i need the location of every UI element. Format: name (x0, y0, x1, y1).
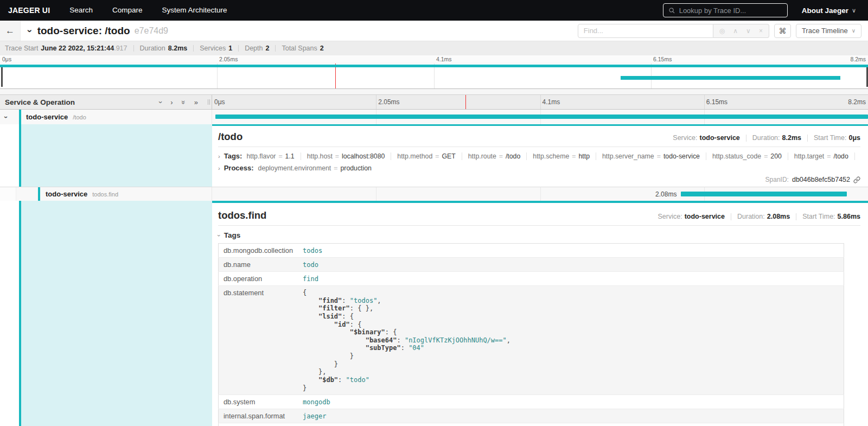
tags-section-header[interactable]: › Tags (218, 231, 860, 239)
span-bar-todo[interactable] (215, 115, 868, 119)
minimap-canvas[interactable] (0, 63, 868, 89)
tag-pill[interactable]: http.server_name=todo-service (596, 152, 700, 160)
tags-pill-list: http.flavor=1.1http.host=localhost:8080h… (246, 152, 860, 160)
tag-table-row[interactable]: db.systemmongodb (219, 395, 844, 409)
trace-minimap[interactable]: 0μs2.05ms4.1ms6.15ms8.2ms (0, 55, 868, 89)
tag-table-row[interactable]: db.mongodb.collectiontodos (219, 244, 844, 258)
minimap-span-bar (0, 65, 868, 67)
nav-item-search[interactable]: Search (60, 0, 103, 21)
collapse-all-icon[interactable]: » (182, 99, 186, 106)
span-detail-title: /todo (218, 131, 242, 143)
tag-pill[interactable]: http.user_agent=M... (854, 152, 860, 160)
operation-name: todos.find (92, 191, 118, 198)
tag-pill[interactable]: http.route=/todo (462, 152, 521, 160)
tag-value: jaeger (298, 409, 844, 423)
meta-item: Duration:8.2ms (752, 134, 801, 142)
operation-name: /todo (73, 114, 86, 120)
tag-table-row[interactable]: db.operationfind (219, 272, 844, 286)
depth-value: 2 (265, 44, 269, 52)
next-match-icon[interactable]: ∨ (746, 27, 751, 35)
span-row-todos-find-bar-cell[interactable]: 2.08ms (212, 187, 868, 201)
tag-table-row[interactable]: internal.span.formatjaeger (219, 409, 844, 423)
tag-pill[interactable]: http.host=localhost:8080 (301, 152, 385, 160)
trace-header-controls: ◎ ∧ ∨ × ⌘ Trace Timeline ∨ (578, 24, 861, 38)
nav-item-compare[interactable]: Compare (103, 0, 152, 21)
time-tick-label: 2.05ms (219, 56, 238, 62)
span-detail-todos-find: todos.find Service:todo-serviceDuration:… (0, 201, 868, 426)
timeline-header: Service & Operation › › » » 0μs2.05ms4.1… (0, 94, 868, 110)
total-spans-value: 2 (320, 44, 324, 52)
nav-item-system-architecture[interactable]: System Architecture (152, 0, 237, 21)
about-jaeger-menu[interactable]: About Jaeger ∨ (802, 7, 856, 15)
services-value: 1 (228, 44, 232, 52)
collapse-one-icon[interactable]: › (159, 99, 162, 106)
chevron-down-icon: ∨ (852, 28, 856, 34)
time-tick-label: 8.2ms (848, 98, 866, 106)
jaeger-logo[interactable]: JAEGER UI (0, 6, 60, 15)
span-detail-todo: /todo Service:todo-serviceDuration:8.2ms… (0, 124, 868, 187)
meta-item: Start Time:5.86ms (802, 213, 860, 220)
tag-pill[interactable]: http.scheme=http (526, 152, 590, 160)
detail-indent-column (0, 124, 212, 187)
process-summary-row[interactable]: › Process: deployment.environment=produc… (218, 164, 860, 172)
tag-pill[interactable]: http.flavor=1.1 (246, 152, 294, 160)
duration-value: 8.2ms (168, 44, 187, 52)
tag-pill[interactable]: http.method=GET (391, 152, 455, 160)
tag-value: todo (298, 258, 844, 272)
detail-body-todos-find: todos.find Service:todo-serviceDuration:… (212, 201, 868, 426)
tag-key: internal.span.format (219, 409, 298, 423)
time-tick-label: 4.1ms (542, 98, 560, 106)
tag-key: db.system (219, 395, 298, 409)
keyboard-shortcuts-button[interactable]: ⌘ (774, 24, 791, 38)
detail-accent-bar (212, 124, 868, 126)
collapse-trace-header-icon[interactable]: › (28, 26, 31, 36)
tag-table-row[interactable]: net.peer.namelocalhost (219, 423, 844, 426)
tag-value: localhost (298, 423, 844, 426)
span-row-todo-name-cell[interactable]: › todo-service /todo (0, 110, 212, 124)
minimap-left-scrubber[interactable] (1, 65, 3, 87)
chevron-down-icon: › (218, 232, 220, 239)
span-row-todos-find-name-cell[interactable]: todo-service todos.find (0, 187, 212, 201)
tag-table-row[interactable]: db.nametodo (219, 258, 844, 272)
tag-pill[interactable]: http.target=/todo (788, 152, 848, 160)
expand-all-icon[interactable]: » (194, 99, 198, 106)
command-icon: ⌘ (778, 27, 786, 35)
service-color-bar (38, 187, 40, 201)
deep-link-icon[interactable] (853, 176, 860, 183)
trace-id-lookup-input[interactable] (679, 7, 782, 15)
prev-match-icon[interactable]: ∧ (733, 27, 738, 35)
find-controls: ◎ ∧ ∨ × (713, 24, 769, 38)
column-resize-grip[interactable] (208, 99, 210, 105)
find-input[interactable] (584, 27, 707, 35)
meta-item: Service:todo-service (658, 213, 725, 220)
detail-body-todo: /todo Service:todo-serviceDuration:8.2ms… (212, 124, 868, 187)
tags-key-value-table: db.mongodb.collectiontodosdb.nametododb.… (218, 243, 844, 426)
clear-find-icon[interactable]: × (759, 27, 763, 35)
focus-match-icon[interactable]: ◎ (719, 27, 725, 35)
time-tick-label: 6.15ms (653, 56, 672, 62)
tags-summary-row[interactable]: › Tags: http.flavor=1.1http.host=localho… (218, 152, 860, 160)
span-row-todos-find[interactable]: todo-service todos.find 2.08ms (0, 187, 868, 201)
find-box[interactable] (578, 24, 713, 38)
tag-table-row[interactable]: db.statement{ "find": "todos", "filter":… (219, 286, 844, 395)
tag-value: find (298, 272, 844, 286)
top-navbar: JAEGER UI SearchCompareSystem Architectu… (0, 0, 868, 21)
tag-key: db.mongodb.collection (219, 244, 298, 258)
chevron-down-icon: ∨ (852, 7, 856, 14)
span-row-todo-bar-cell[interactable] (212, 110, 868, 124)
span-row-todo[interactable]: › todo-service /todo (0, 110, 868, 124)
back-button[interactable]: ← (0, 21, 21, 41)
trace-summary-bar: Trace Start June 22 2022, 15:21:44.917 D… (0, 41, 868, 55)
tag-pill[interactable]: deployment.environment=production (258, 164, 372, 172)
depth-label: Depth (245, 44, 263, 52)
span-bar-todos-find[interactable] (681, 192, 847, 196)
detail-indent-column (0, 201, 212, 426)
expand-one-icon[interactable]: › (170, 99, 173, 106)
trace-id-lookup[interactable] (663, 3, 788, 17)
total-spans-label: Total Spans (282, 44, 317, 52)
tag-pill[interactable]: http.status_code=200 (706, 152, 782, 160)
collapse-children-icon[interactable]: › (5, 113, 7, 121)
trace-view-selector[interactable]: Trace Timeline ∨ (796, 24, 861, 38)
service-operation-header: Service & Operation › › » » (0, 95, 212, 109)
search-icon (668, 7, 675, 14)
